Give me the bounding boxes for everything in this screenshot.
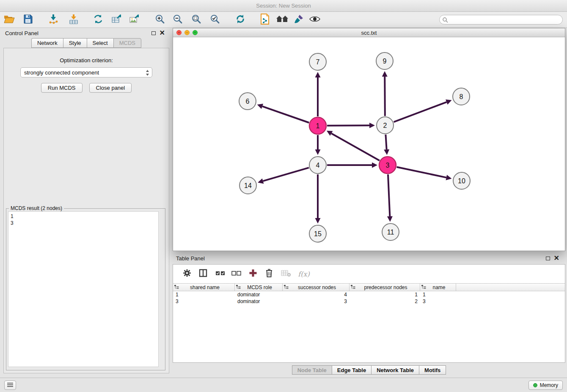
eye-icon <box>309 15 320 25</box>
table-settings-button[interactable] <box>180 268 194 280</box>
column-header-name[interactable]: name <box>420 284 456 291</box>
save-floppy-icon <box>23 14 33 25</box>
deselect-all-button[interactable] <box>229 268 243 280</box>
node-14[interactable]: 14 <box>239 177 256 194</box>
node-4[interactable]: 4 <box>309 157 326 174</box>
close-table-panel-icon[interactable]: ✕ <box>554 256 559 261</box>
export-network-button[interactable] <box>92 13 104 27</box>
column-header-shared-name[interactable]: shared name <box>173 284 235 291</box>
network-window-titlebar[interactable]: scc.txt × – + <box>173 28 565 37</box>
delete-column-button[interactable] <box>262 268 276 280</box>
node-8[interactable]: 8 <box>453 88 470 105</box>
show-hide-button[interactable] <box>309 13 321 27</box>
cell-name[interactable]: 1 <box>420 291 456 298</box>
cell-mcds-role[interactable]: dominator <box>235 298 283 305</box>
node-6[interactable]: 6 <box>239 93 256 110</box>
sort-icon <box>421 284 426 290</box>
edge-3-1[interactable] <box>331 133 380 160</box>
export-image-icon <box>129 14 140 26</box>
node-3[interactable]: 3 <box>379 157 396 174</box>
svg-text:6: 6 <box>246 98 250 105</box>
tab-select[interactable]: Select <box>87 38 113 48</box>
cell-mcds-role[interactable]: dominator <box>235 291 283 298</box>
zoom-selected-button[interactable] <box>209 13 221 27</box>
paint-style-button[interactable] <box>293 13 305 27</box>
node-9[interactable]: 9 <box>376 52 393 69</box>
search-input[interactable] <box>439 15 563 25</box>
cell-shared-name[interactable]: 1 <box>173 291 235 298</box>
optimization-criterion-dropdown[interactable]: strongly connected component <box>20 67 152 77</box>
list-icon <box>7 381 13 389</box>
task-history-button[interactable] <box>4 381 16 390</box>
cell-successor-nodes[interactable]: 4 <box>283 291 350 298</box>
tab-style[interactable]: Style <box>63 38 87 48</box>
import-network-button[interactable] <box>47 13 59 27</box>
edge-3-11[interactable] <box>388 174 390 216</box>
tab-mcds[interactable]: MCDS <box>113 38 141 48</box>
node-15[interactable]: 15 <box>309 225 326 242</box>
float-panel-icon[interactable] <box>151 31 156 35</box>
column-header-mcds-role[interactable]: MCDS role <box>235 284 283 291</box>
cell-predecessor-nodes[interactable]: 2 <box>350 298 420 305</box>
cell-shared-name[interactable]: 3 <box>173 298 235 305</box>
mcds-result-list[interactable]: 13 <box>8 211 159 367</box>
zoom-selected-icon <box>210 14 220 26</box>
edge-2-3[interactable] <box>385 135 386 149</box>
export-image-button[interactable] <box>129 13 140 27</box>
select-all-button[interactable] <box>213 268 227 280</box>
edge-4-14[interactable] <box>263 168 309 181</box>
maximize-window-button[interactable]: + <box>193 30 198 35</box>
zoom-in-icon <box>155 14 165 26</box>
save-session-button[interactable] <box>22 13 34 27</box>
node-1[interactable]: 1 <box>309 117 326 134</box>
network-graph[interactable]: 7968124314101511 <box>173 37 565 251</box>
close-window-button[interactable]: × <box>176 30 182 35</box>
show-columns-button[interactable] <box>196 268 210 280</box>
cell-successor-nodes[interactable]: 3 <box>283 298 350 305</box>
zoom-in-button[interactable] <box>154 13 166 27</box>
table-tabs: Node TableEdge TableNetwork TableMotifs <box>173 365 565 375</box>
result-item[interactable]: 3 <box>11 220 156 226</box>
dropdown-value: strongly connected component <box>24 69 99 76</box>
delete-table-button <box>279 268 293 280</box>
tab-node-table[interactable]: Node Table <box>292 365 332 375</box>
zoom-out-button[interactable] <box>172 13 184 27</box>
close-panel-icon[interactable]: ✕ <box>160 30 165 36</box>
minimize-window-button[interactable]: – <box>184 30 190 35</box>
export-table-button[interactable] <box>111 13 123 27</box>
table-header-row: shared nameMCDS rolesuccessor nodesprede… <box>173 283 565 291</box>
sort-icon <box>284 284 289 290</box>
select-all-icon <box>215 270 225 278</box>
network-canvas[interactable]: 7968124314101511 <box>173 37 565 251</box>
node-11[interactable]: 11 <box>382 224 399 240</box>
cell-predecessor-nodes[interactable]: 1 <box>350 291 420 298</box>
tab-edge-table[interactable]: Edge Table <box>332 365 371 375</box>
home-button[interactable] <box>276 13 289 27</box>
close-panel-button[interactable]: Close panel <box>89 83 132 93</box>
refresh-network-button[interactable] <box>234 13 246 27</box>
tab-network[interactable]: Network <box>31 38 63 48</box>
zoom-fit-button[interactable] <box>190 13 202 27</box>
add-column-button[interactable] <box>246 268 260 280</box>
edge-2-8[interactable] <box>394 102 447 122</box>
float-table-panel-icon[interactable] <box>546 257 550 260</box>
column-header-successor-nodes[interactable]: successor nodes <box>283 284 350 291</box>
edge-1-2[interactable] <box>327 125 369 126</box>
tab-network-table[interactable]: Network Table <box>371 365 419 375</box>
import-table-button[interactable] <box>68 13 80 27</box>
column-header-predecessor-nodes[interactable]: predecessor nodes <box>350 284 420 291</box>
edge-3-10[interactable] <box>397 167 446 178</box>
edge-2-9[interactable] <box>385 77 385 116</box>
cell-name[interactable]: 3 <box>420 298 456 305</box>
network-file-button[interactable] <box>259 13 271 27</box>
result-item[interactable]: 1 <box>11 213 156 220</box>
edge-1-6[interactable] <box>262 106 309 123</box>
memory-button[interactable]: Memory <box>528 381 563 390</box>
tab-motifs[interactable]: Motifs <box>419 365 446 375</box>
node-7[interactable]: 7 <box>309 53 326 70</box>
open-session-button[interactable] <box>3 13 15 27</box>
svg-text:1: 1 <box>316 122 320 130</box>
node-2[interactable]: 2 <box>377 117 394 134</box>
run-mcds-button[interactable]: Run MCDS <box>41 83 83 93</box>
node-10[interactable]: 10 <box>453 172 470 189</box>
